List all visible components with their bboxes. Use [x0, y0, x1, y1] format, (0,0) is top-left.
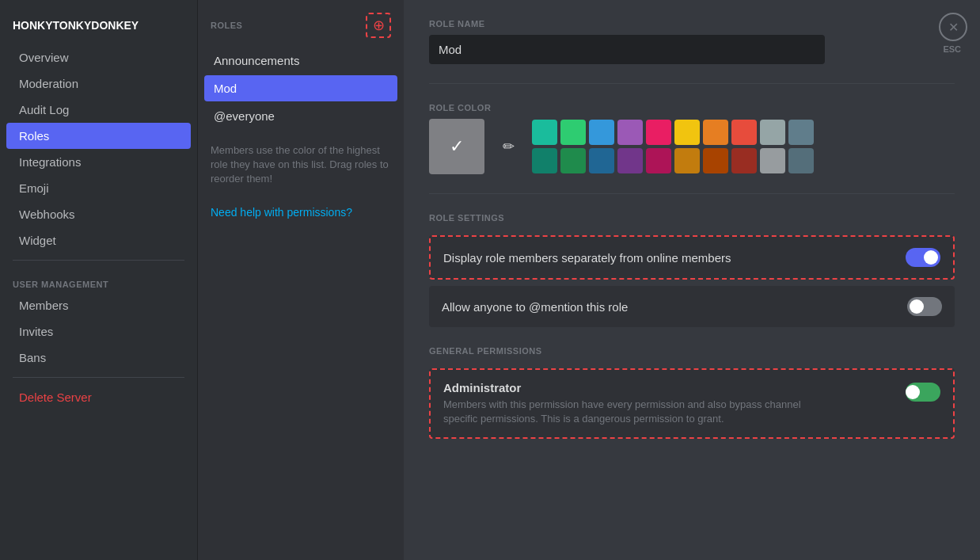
sidebar-item-overview[interactable]: Overview: [6, 44, 191, 70]
sidebar-item-bans[interactable]: Bans: [6, 345, 191, 371]
role-name-section: ROLE NAME: [429, 19, 955, 84]
roles-panel: ROLES ⊕ Announcements Mod @everyone Memb…: [198, 0, 404, 560]
color-swatch-10[interactable]: [532, 148, 557, 173]
sidebar-item-audit-log[interactable]: Audit Log: [6, 97, 191, 123]
color-swatch-6[interactable]: [703, 120, 728, 145]
role-item-mod[interactable]: Mod: [204, 75, 397, 101]
sidebar: HONKYTONKYDONKEY Overview Moderation Aud…: [0, 0, 198, 560]
color-picker-row: ✓ ✏: [429, 119, 955, 174]
administrator-permission: Administrator Members with this permissi…: [429, 368, 955, 439]
display-role-setting: Display role members separately from onl…: [429, 235, 955, 280]
sidebar-item-roles[interactable]: Roles: [6, 123, 191, 149]
admin-text-block: Administrator Members with this permissi…: [443, 381, 823, 426]
plus-icon: ⊕: [373, 18, 385, 32]
mention-role-setting: Allow anyone to @mention this role: [429, 286, 955, 327]
help-link[interactable]: Need help with permissions?: [198, 200, 404, 225]
color-swatches: [532, 120, 814, 173]
sidebar-item-widget[interactable]: Widget: [6, 227, 191, 253]
sidebar-item-members[interactable]: Members: [6, 292, 191, 318]
display-role-label: Display role members separately from onl…: [443, 251, 731, 265]
color-swatch-2[interactable]: [589, 120, 614, 145]
permissions-section: GENERAL PERMISSIONS Administrator Member…: [429, 346, 955, 439]
color-swatch-11[interactable]: [560, 148, 586, 173]
mention-role-toggle[interactable]: [907, 297, 942, 316]
color-preview[interactable]: ✓: [429, 119, 484, 174]
roles-list: Announcements Mod @everyone: [198, 48, 404, 131]
color-swatch-16[interactable]: [703, 148, 728, 173]
role-color-label: ROLE COLOR: [429, 103, 955, 112]
color-swatch-4[interactable]: [646, 120, 671, 145]
role-name-label: ROLE NAME: [429, 19, 955, 29]
close-button[interactable]: ✕: [939, 13, 967, 41]
add-role-button[interactable]: ⊕: [366, 13, 391, 38]
roles-hint: Members use the color of the highest rol…: [198, 131, 404, 200]
color-swatch-17[interactable]: [731, 148, 757, 173]
color-swatch-12[interactable]: [589, 148, 614, 173]
color-swatch-13[interactable]: [617, 148, 643, 173]
color-swatch-5[interactable]: [674, 120, 700, 145]
toggle-knob-3: [906, 385, 920, 399]
color-swatch-0[interactable]: [532, 120, 557, 145]
sidebar-item-integrations[interactable]: Integrations: [6, 149, 191, 175]
admin-row-inner: Administrator Members with this permissi…: [443, 381, 940, 426]
role-color-section: ROLE COLOR ✓ ✏: [429, 103, 955, 194]
role-name-input[interactable]: [429, 35, 825, 64]
color-swatch-19[interactable]: [788, 148, 814, 173]
close-icon: ✕: [948, 20, 959, 35]
color-swatch-7[interactable]: [731, 120, 757, 145]
esc-label: ESC: [943, 44, 961, 54]
sidebar-item-emoji[interactable]: Emoji: [6, 175, 191, 201]
sidebar-item-moderation[interactable]: Moderation: [6, 70, 191, 97]
toggle-knob: [924, 250, 938, 265]
mention-role-label: Allow anyone to @mention this role: [442, 300, 628, 314]
roles-panel-label: ROLES: [211, 21, 242, 30]
color-swatch-14[interactable]: [646, 148, 671, 173]
administrator-label: Administrator: [443, 381, 823, 394]
sidebar-item-delete-server[interactable]: Delete Server: [6, 384, 191, 410]
server-name: HONKYTONKYDONKEY: [0, 13, 197, 44]
sidebar-item-webhooks[interactable]: Webhooks: [6, 201, 191, 227]
role-settings-section: ROLE SETTINGS Display role members separ…: [429, 213, 955, 327]
administrator-desc: Members with this permission have every …: [443, 398, 823, 426]
role-item-everyone[interactable]: @everyone: [204, 103, 397, 129]
role-settings-label: ROLE SETTINGS: [429, 213, 955, 223]
roles-header: ROLES ⊕: [198, 13, 404, 48]
sidebar-divider-2: [13, 377, 184, 378]
sidebar-item-invites[interactable]: Invites: [6, 318, 191, 345]
user-management-label: USER MANAGEMENT: [0, 267, 197, 292]
checkmark-icon: ✓: [450, 136, 464, 157]
color-swatch-1[interactable]: [560, 120, 586, 145]
role-item-announcements[interactable]: Announcements: [204, 48, 397, 74]
sidebar-nav: Overview Moderation Audit Log Roles Inte…: [0, 44, 197, 253]
eyedropper-icon[interactable]: ✏: [494, 132, 522, 161]
color-swatch-15[interactable]: [674, 148, 700, 173]
toggle-knob-2: [910, 299, 924, 314]
sidebar-divider: [13, 260, 184, 261]
main-content: ✕ ESC ROLE NAME ROLE COLOR ✓ ✏ ROLE SETT…: [404, 0, 980, 560]
color-swatch-9[interactable]: [788, 120, 814, 145]
color-swatch-8[interactable]: [760, 120, 785, 145]
administrator-toggle[interactable]: [906, 383, 940, 402]
general-permissions-label: GENERAL PERMISSIONS: [429, 346, 955, 356]
display-role-toggle[interactable]: [906, 248, 940, 267]
color-swatch-18[interactable]: [760, 148, 785, 173]
color-swatch-3[interactable]: [617, 120, 643, 145]
